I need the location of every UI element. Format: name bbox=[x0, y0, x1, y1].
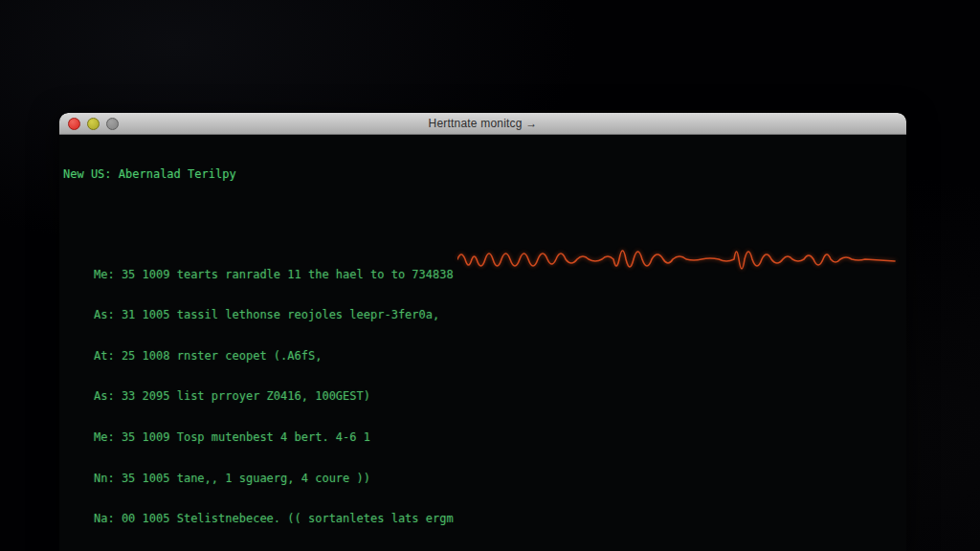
log-line: As: 33 2095 list prroyer Z0416, 100GEST) bbox=[63, 389, 906, 403]
minimize-button[interactable] bbox=[87, 118, 100, 130]
desktop: { "window": { "title": "Herttnate monitc… bbox=[0, 0, 980, 551]
log-line: Na: 00 1005 Stelistnebecee. (( sortanlet… bbox=[63, 512, 906, 525]
traffic-lights bbox=[68, 118, 119, 130]
heartrate-waveform bbox=[457, 242, 898, 276]
heartrate-waveform-path bbox=[457, 251, 895, 269]
close-button[interactable] bbox=[68, 118, 80, 130]
window-title: Herttnate monitcg → bbox=[429, 117, 538, 130]
terminal-log-block: Me: 35 1009 tearts ranradle 11 the hael … bbox=[63, 240, 906, 551]
zoom-button[interactable] bbox=[106, 118, 119, 130]
log-line: Me: 35 1009 Tosp mutenbest 4 bert. 4-6 1 bbox=[63, 430, 906, 444]
terminal-content[interactable]: New US: Abernalad Terilpy Me: 35 1009 te… bbox=[59, 135, 906, 551]
log-line: Nn: 35 1005 tane,, 1 sguaerg, 4 coure )) bbox=[63, 472, 906, 485]
log-line: At: 25 1008 rnster ceopet (.A6fS, bbox=[63, 349, 906, 363]
terminal-header-line: New US: Abernalad Terilpy bbox=[63, 167, 906, 181]
log-line: As: 31 1005 tassil lethonse reojoles lee… bbox=[63, 308, 906, 321]
window-titlebar[interactable]: Herttnate monitcg → bbox=[59, 113, 906, 135]
terminal-window: Herttnate monitcg → New US: Abernalad Te… bbox=[59, 113, 906, 551]
